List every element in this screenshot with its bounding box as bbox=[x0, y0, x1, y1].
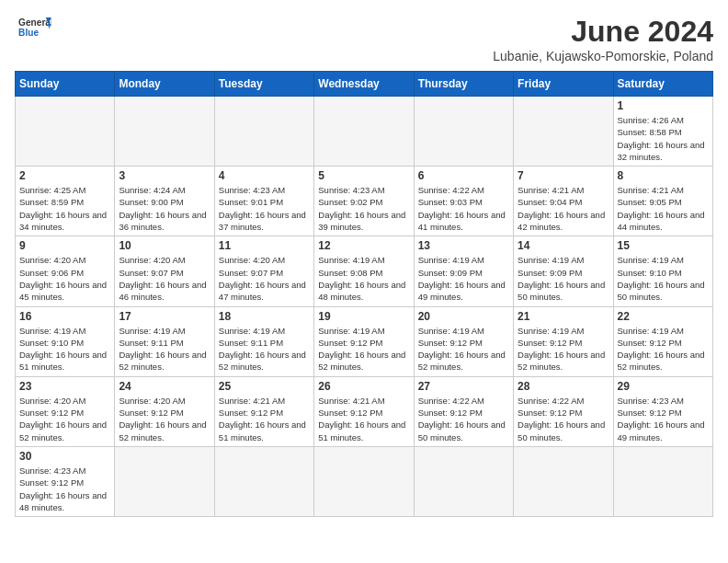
day-number: 14 bbox=[518, 239, 609, 252]
header: General Blue June 2024 Lubanie, Kujawsko… bbox=[15, 15, 713, 63]
day-number: 22 bbox=[618, 310, 709, 323]
day-number: 20 bbox=[418, 310, 509, 323]
calendar-day-cell bbox=[613, 446, 712, 516]
calendar-day-cell bbox=[214, 446, 313, 516]
day-number: 7 bbox=[518, 169, 609, 182]
day-info: Sunrise: 4:19 AM Sunset: 9:10 PM Dayligh… bbox=[19, 325, 110, 373]
calendar-day-cell: 21Sunrise: 4:19 AM Sunset: 9:12 PM Dayli… bbox=[514, 306, 613, 376]
logo: General Blue bbox=[15, 15, 51, 40]
calendar-day-cell bbox=[414, 97, 513, 167]
day-of-week-header: Tuesday bbox=[214, 72, 313, 97]
calendar-day-cell bbox=[514, 97, 613, 167]
calendar-day-cell: 15Sunrise: 4:19 AM Sunset: 9:10 PM Dayli… bbox=[613, 236, 712, 306]
day-number: 10 bbox=[119, 239, 210, 252]
day-number: 11 bbox=[219, 239, 310, 252]
day-number: 23 bbox=[19, 380, 110, 393]
calendar-day-cell: 10Sunrise: 4:20 AM Sunset: 9:07 PM Dayli… bbox=[115, 236, 214, 306]
day-info: Sunrise: 4:19 AM Sunset: 9:12 PM Dayligh… bbox=[318, 325, 409, 373]
day-number: 30 bbox=[19, 450, 110, 463]
day-info: Sunrise: 4:21 AM Sunset: 9:04 PM Dayligh… bbox=[518, 184, 609, 233]
day-info: Sunrise: 4:23 AM Sunset: 9:01 PM Dayligh… bbox=[219, 184, 310, 233]
day-info: Sunrise: 4:24 AM Sunset: 9:00 PM Dayligh… bbox=[119, 184, 210, 233]
day-of-week-header: Thursday bbox=[414, 72, 513, 97]
day-info: Sunrise: 4:21 AM Sunset: 9:12 PM Dayligh… bbox=[219, 395, 310, 443]
calendar-day-cell: 28Sunrise: 4:22 AM Sunset: 9:12 PM Dayli… bbox=[514, 376, 613, 446]
calendar-day-cell: 23Sunrise: 4:20 AM Sunset: 9:12 PM Dayli… bbox=[16, 376, 115, 446]
day-info: Sunrise: 4:20 AM Sunset: 9:07 PM Dayligh… bbox=[219, 254, 310, 303]
calendar-week-row: 2Sunrise: 4:25 AM Sunset: 8:59 PM Daylig… bbox=[16, 167, 713, 236]
calendar-day-cell bbox=[115, 97, 214, 167]
day-number: 21 bbox=[518, 310, 609, 323]
day-info: Sunrise: 4:19 AM Sunset: 9:12 PM Dayligh… bbox=[418, 325, 509, 373]
day-info: Sunrise: 4:25 AM Sunset: 8:59 PM Dayligh… bbox=[19, 184, 110, 233]
day-number: 19 bbox=[318, 310, 409, 323]
day-info: Sunrise: 4:23 AM Sunset: 9:12 PM Dayligh… bbox=[618, 395, 709, 443]
day-number: 12 bbox=[318, 239, 409, 252]
logo-icon: General Blue bbox=[18, 15, 51, 40]
day-info: Sunrise: 4:22 AM Sunset: 9:03 PM Dayligh… bbox=[418, 184, 509, 233]
day-of-week-header: Wednesday bbox=[314, 72, 414, 97]
day-number: 26 bbox=[318, 380, 409, 393]
calendar-day-cell bbox=[115, 446, 214, 516]
calendar-day-cell: 5Sunrise: 4:23 AM Sunset: 9:02 PM Daylig… bbox=[314, 167, 414, 236]
calendar-day-cell bbox=[514, 446, 613, 516]
location-subtitle: Lubanie, Kujawsko-Pomorskie, Poland bbox=[493, 49, 713, 63]
calendar-day-cell: 26Sunrise: 4:21 AM Sunset: 9:12 PM Dayli… bbox=[314, 376, 414, 446]
calendar-week-row: 30Sunrise: 4:23 AM Sunset: 9:12 PM Dayli… bbox=[16, 446, 713, 516]
day-of-week-header: Saturday bbox=[613, 72, 712, 97]
day-number: 29 bbox=[618, 380, 709, 393]
calendar-day-cell: 16Sunrise: 4:19 AM Sunset: 9:10 PM Dayli… bbox=[16, 306, 115, 376]
calendar-day-cell: 25Sunrise: 4:21 AM Sunset: 9:12 PM Dayli… bbox=[214, 376, 313, 446]
day-number: 1 bbox=[618, 99, 709, 112]
day-info: Sunrise: 4:19 AM Sunset: 9:08 PM Dayligh… bbox=[318, 254, 409, 303]
calendar-week-row: 1Sunrise: 4:26 AM Sunset: 8:58 PM Daylig… bbox=[16, 97, 713, 167]
day-number: 2 bbox=[19, 169, 110, 182]
day-info: Sunrise: 4:26 AM Sunset: 8:58 PM Dayligh… bbox=[618, 114, 709, 163]
day-number: 17 bbox=[119, 310, 210, 323]
calendar-day-cell bbox=[314, 97, 414, 167]
title-block: June 2024 Lubanie, Kujawsko-Pomorskie, P… bbox=[493, 15, 713, 63]
calendar-day-cell: 24Sunrise: 4:20 AM Sunset: 9:12 PM Dayli… bbox=[115, 376, 214, 446]
day-number: 8 bbox=[618, 169, 709, 182]
calendar-body: 1Sunrise: 4:26 AM Sunset: 8:58 PM Daylig… bbox=[16, 97, 713, 517]
day-info: Sunrise: 4:19 AM Sunset: 9:11 PM Dayligh… bbox=[119, 325, 210, 373]
day-of-week-header: Friday bbox=[514, 72, 613, 97]
calendar-day-cell: 9Sunrise: 4:20 AM Sunset: 9:06 PM Daylig… bbox=[16, 236, 115, 306]
calendar-day-cell bbox=[214, 97, 313, 167]
calendar-day-cell: 3Sunrise: 4:24 AM Sunset: 9:00 PM Daylig… bbox=[115, 167, 214, 236]
svg-text:Blue: Blue bbox=[18, 28, 39, 38]
calendar-day-cell: 20Sunrise: 4:19 AM Sunset: 9:12 PM Dayli… bbox=[414, 306, 513, 376]
calendar-day-cell: 30Sunrise: 4:23 AM Sunset: 9:12 PM Dayli… bbox=[16, 446, 115, 516]
calendar-day-cell: 12Sunrise: 4:19 AM Sunset: 9:08 PM Dayli… bbox=[314, 236, 414, 306]
day-info: Sunrise: 4:21 AM Sunset: 9:12 PM Dayligh… bbox=[318, 395, 409, 443]
day-number: 3 bbox=[119, 169, 210, 182]
day-info: Sunrise: 4:19 AM Sunset: 9:12 PM Dayligh… bbox=[518, 325, 609, 373]
day-info: Sunrise: 4:22 AM Sunset: 9:12 PM Dayligh… bbox=[518, 395, 609, 443]
day-info: Sunrise: 4:20 AM Sunset: 9:06 PM Dayligh… bbox=[19, 254, 110, 303]
day-number: 4 bbox=[219, 169, 310, 182]
calendar-day-cell: 22Sunrise: 4:19 AM Sunset: 9:12 PM Dayli… bbox=[613, 306, 712, 376]
day-of-week-header: Sunday bbox=[16, 72, 115, 97]
calendar-day-cell: 27Sunrise: 4:22 AM Sunset: 9:12 PM Dayli… bbox=[414, 376, 513, 446]
calendar-day-cell: 13Sunrise: 4:19 AM Sunset: 9:09 PM Dayli… bbox=[414, 236, 513, 306]
day-info: Sunrise: 4:23 AM Sunset: 9:12 PM Dayligh… bbox=[19, 465, 110, 513]
day-of-week-header: Monday bbox=[115, 72, 214, 97]
day-number: 27 bbox=[418, 380, 509, 393]
calendar-header: SundayMondayTuesdayWednesdayThursdayFrid… bbox=[16, 72, 713, 97]
day-number: 9 bbox=[19, 239, 110, 252]
calendar-day-cell bbox=[16, 97, 115, 167]
day-info: Sunrise: 4:23 AM Sunset: 9:02 PM Dayligh… bbox=[318, 184, 409, 233]
calendar-day-cell: 2Sunrise: 4:25 AM Sunset: 8:59 PM Daylig… bbox=[16, 167, 115, 236]
day-info: Sunrise: 4:19 AM Sunset: 9:11 PM Dayligh… bbox=[219, 325, 310, 373]
calendar-day-cell: 1Sunrise: 4:26 AM Sunset: 8:58 PM Daylig… bbox=[613, 97, 712, 167]
calendar-day-cell: 19Sunrise: 4:19 AM Sunset: 9:12 PM Dayli… bbox=[314, 306, 414, 376]
calendar-day-cell: 8Sunrise: 4:21 AM Sunset: 9:05 PM Daylig… bbox=[613, 167, 712, 236]
calendar-table: SundayMondayTuesdayWednesdayThursdayFrid… bbox=[15, 71, 713, 517]
calendar-day-cell: 29Sunrise: 4:23 AM Sunset: 9:12 PM Dayli… bbox=[613, 376, 712, 446]
calendar-week-row: 9Sunrise: 4:20 AM Sunset: 9:06 PM Daylig… bbox=[16, 236, 713, 306]
day-number: 28 bbox=[518, 380, 609, 393]
calendar-day-cell bbox=[314, 446, 414, 516]
day-info: Sunrise: 4:19 AM Sunset: 9:12 PM Dayligh… bbox=[618, 325, 709, 373]
calendar-day-cell: 6Sunrise: 4:22 AM Sunset: 9:03 PM Daylig… bbox=[414, 167, 513, 236]
day-info: Sunrise: 4:20 AM Sunset: 9:12 PM Dayligh… bbox=[119, 395, 210, 443]
